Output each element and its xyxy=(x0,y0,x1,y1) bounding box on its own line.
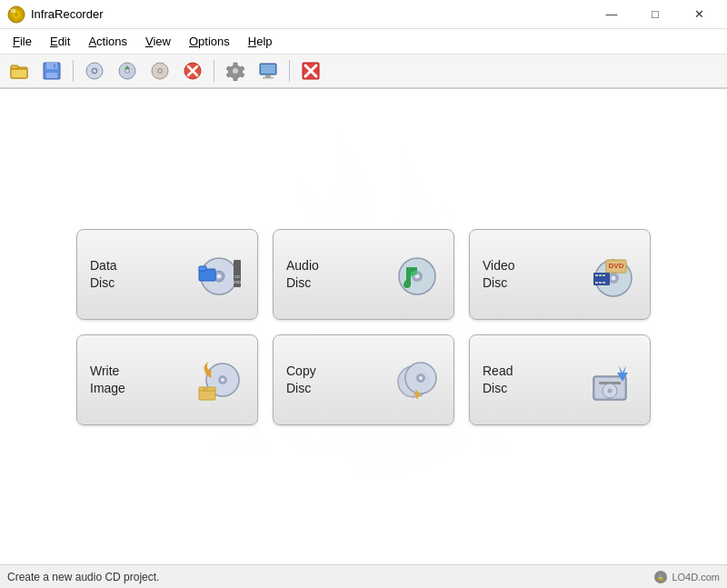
lo4d-text: LO4D.com xyxy=(672,572,720,583)
disc-read-icon xyxy=(117,61,137,81)
write-image-label: Write Image xyxy=(90,363,125,395)
exit-icon xyxy=(301,61,321,81)
svg-point-69 xyxy=(608,388,612,393)
toolbar-save-button[interactable] xyxy=(36,57,67,85)
status-bar: Create a new audio CD project. 🔒 LO4D.co… xyxy=(0,564,727,588)
audio-disc-label: Audio Disc xyxy=(286,257,319,290)
video-disc-button[interactable]: Video Disc DVD xyxy=(469,229,651,320)
data-disc-icon: CD DVD xyxy=(194,249,244,300)
lo4d-badge: 🔒 LO4D.com xyxy=(653,570,720,584)
svg-rect-49 xyxy=(595,274,598,276)
toolbar-separator-2 xyxy=(214,60,214,82)
toolbar-separator-1 xyxy=(73,60,74,82)
menu-view[interactable]: View xyxy=(136,31,180,52)
toolbar-open-button[interactable] xyxy=(4,57,35,85)
toolbar xyxy=(0,55,727,89)
menu-bar: File Edit Actions View Options Help xyxy=(0,29,727,55)
read-disc-icon xyxy=(586,354,637,405)
title-text: InfraRecorder xyxy=(31,7,103,21)
toolbar-disc-button[interactable] xyxy=(79,57,110,85)
svg-text:DVD: DVD xyxy=(234,280,242,284)
title-left: IR InfraRecorder xyxy=(7,5,103,24)
toolbar-exit-button[interactable] xyxy=(295,57,326,85)
write-image-button[interactable]: Write Image xyxy=(76,334,258,425)
toolbar-separator-3 xyxy=(289,60,290,82)
copy-disc-label: Copy Disc xyxy=(286,363,316,395)
menu-options[interactable]: Options xyxy=(180,31,239,52)
svg-point-16 xyxy=(126,70,129,73)
toolbar-disc-read-button[interactable] xyxy=(112,57,143,85)
close-button[interactable]: ✕ xyxy=(678,0,720,29)
toolbar-monitor-button[interactable] xyxy=(253,57,284,85)
svg-point-13 xyxy=(94,70,96,73)
status-text: Create a new audio CD project. xyxy=(7,571,159,583)
erase-icon xyxy=(150,61,170,81)
menu-file[interactable]: File xyxy=(4,31,41,52)
svg-rect-52 xyxy=(595,282,598,284)
svg-point-19 xyxy=(159,70,162,73)
minimize-button[interactable]: — xyxy=(591,0,632,29)
settings-icon xyxy=(225,61,245,81)
menu-edit[interactable]: Edit xyxy=(41,31,79,52)
write-image-icon xyxy=(194,354,244,405)
svg-point-23 xyxy=(233,68,238,74)
cancel-icon xyxy=(183,61,203,81)
audio-disc-icon xyxy=(390,249,441,300)
lo4d-icon: 🔒 xyxy=(653,570,668,584)
maximize-button[interactable]: □ xyxy=(634,0,676,29)
svg-rect-26 xyxy=(265,75,271,77)
toolbar-settings-button[interactable] xyxy=(220,57,251,85)
svg-rect-6 xyxy=(11,69,27,78)
svg-rect-25 xyxy=(261,65,275,74)
app-icon: IR xyxy=(7,5,25,24)
video-disc-icon: DVD xyxy=(586,249,637,300)
save-icon xyxy=(42,61,62,81)
toolbar-cancel-button[interactable] xyxy=(177,57,208,85)
video-disc-label: Video Disc xyxy=(483,257,515,290)
svg-text:CD: CD xyxy=(234,274,240,279)
menu-actions[interactable]: Actions xyxy=(79,31,136,52)
buttons-grid: Data Disc CD DVD Audio Disc xyxy=(76,229,651,425)
monitor-icon xyxy=(258,61,278,81)
svg-point-57 xyxy=(221,378,224,382)
data-disc-label: Data Disc xyxy=(90,257,117,290)
svg-point-34 xyxy=(217,274,222,278)
folder-open-icon xyxy=(9,61,29,81)
svg-rect-51 xyxy=(603,274,605,276)
menu-help[interactable]: Help xyxy=(239,31,282,52)
svg-rect-50 xyxy=(599,274,602,276)
svg-rect-36 xyxy=(199,266,206,271)
toolbar-erase-button[interactable] xyxy=(144,57,175,85)
title-controls: — □ ✕ xyxy=(591,0,720,29)
svg-rect-5 xyxy=(11,65,18,69)
data-disc-button[interactable]: Data Disc CD DVD xyxy=(76,229,258,320)
svg-rect-10 xyxy=(54,64,55,68)
read-disc-button[interactable]: Read Disc xyxy=(469,334,651,425)
svg-rect-27 xyxy=(263,77,274,79)
read-disc-label: Read Disc xyxy=(483,363,513,395)
svg-point-45 xyxy=(612,275,616,280)
svg-rect-54 xyxy=(603,282,605,284)
svg-rect-60 xyxy=(203,387,208,391)
svg-rect-53 xyxy=(599,282,602,284)
svg-text:🔒: 🔒 xyxy=(657,574,664,582)
copy-disc-icon xyxy=(390,354,441,405)
svg-text:DVD: DVD xyxy=(609,262,624,270)
main-content: INFRA Data Disc CD DVD xyxy=(0,89,727,564)
copy-disc-button[interactable]: Copy Disc xyxy=(273,334,454,425)
svg-text:IR: IR xyxy=(11,8,15,14)
disc-icon xyxy=(85,61,105,81)
title-bar: IR InfraRecorder — □ ✕ xyxy=(0,0,727,29)
audio-disc-button[interactable]: Audio Disc xyxy=(273,229,454,320)
svg-point-64 xyxy=(419,376,423,380)
svg-rect-9 xyxy=(46,73,57,78)
svg-rect-8 xyxy=(46,63,57,69)
